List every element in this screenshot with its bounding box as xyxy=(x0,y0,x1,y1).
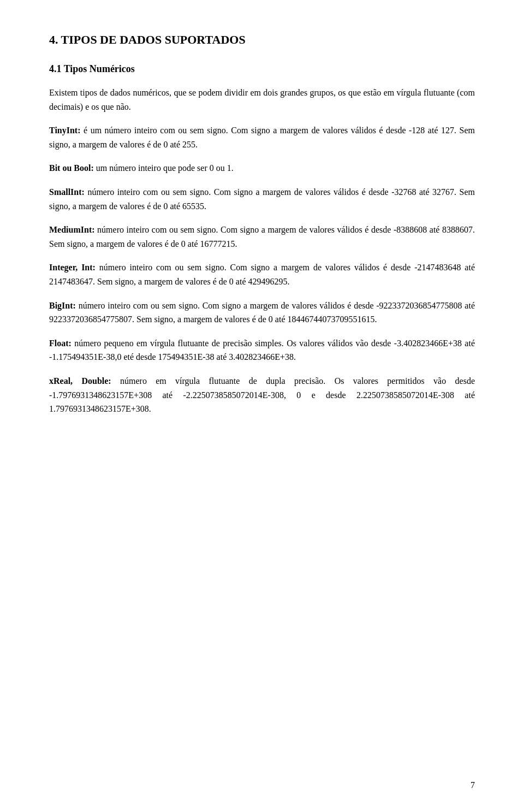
float-text: número pequeno em vírgula flutuante de p… xyxy=(49,339,475,362)
mediumint-paragraph: MediumInt: número inteiro com ou sem sig… xyxy=(49,223,475,251)
float-paragraph: Float: número pequeno em vírgula flutuan… xyxy=(49,336,475,364)
mediumint-term: MediumInt: xyxy=(49,225,95,234)
page-number: 7 xyxy=(471,780,475,790)
bigint-text: número inteiro com ou sem signo. Com sig… xyxy=(49,301,475,324)
xreal-term: xReal, Double: xyxy=(49,376,111,386)
integer-term: Integer, Int: xyxy=(49,263,96,272)
integer-text: número inteiro com ou sem signo. Com sig… xyxy=(49,263,475,286)
subsection-title: 4.1 Tipos Numéricos xyxy=(49,63,475,75)
bigint-term: BigInt: xyxy=(49,301,76,310)
bigint-paragraph: BigInt: número inteiro com ou sem signo.… xyxy=(49,299,475,327)
smallint-term: SmallInt: xyxy=(49,187,85,197)
tinyint-text: é um número inteiro com ou sem signo. Co… xyxy=(49,126,475,149)
bit-paragraph: Bit ou Bool: um número inteiro que pode … xyxy=(49,161,475,175)
tinyint-term: TinyInt: xyxy=(49,126,81,135)
intro-text: Existem tipos de dados numéricos, que se… xyxy=(49,88,475,111)
smallint-paragraph: SmallInt: número inteiro com ou sem sign… xyxy=(49,185,475,213)
tinyint-paragraph: TinyInt: é um número inteiro com ou sem … xyxy=(49,123,475,151)
xreal-paragraph: xReal, Double: número em vírgula flutuan… xyxy=(49,374,475,416)
bit-text: um número inteiro que pode ser 0 ou 1. xyxy=(94,163,234,173)
mediumint-text: número inteiro com ou sem signo. Com sig… xyxy=(49,225,475,248)
section-title: 4. TIPOS DE DADOS SUPORTADOS xyxy=(49,33,475,47)
bit-term: Bit ou Bool: xyxy=(49,163,94,173)
float-term: Float: xyxy=(49,339,72,348)
xreal-text: número em vírgula flutuante de dupla pre… xyxy=(49,376,475,413)
integer-paragraph: Integer, Int: número inteiro com ou sem … xyxy=(49,260,475,288)
intro-paragraph: Existem tipos de dados numéricos, que se… xyxy=(49,86,475,114)
smallint-text: número inteiro com ou sem signo. Com sig… xyxy=(49,187,475,211)
page: 4. TIPOS DE DADOS SUPORTADOS 4.1 Tipos N… xyxy=(0,0,524,812)
